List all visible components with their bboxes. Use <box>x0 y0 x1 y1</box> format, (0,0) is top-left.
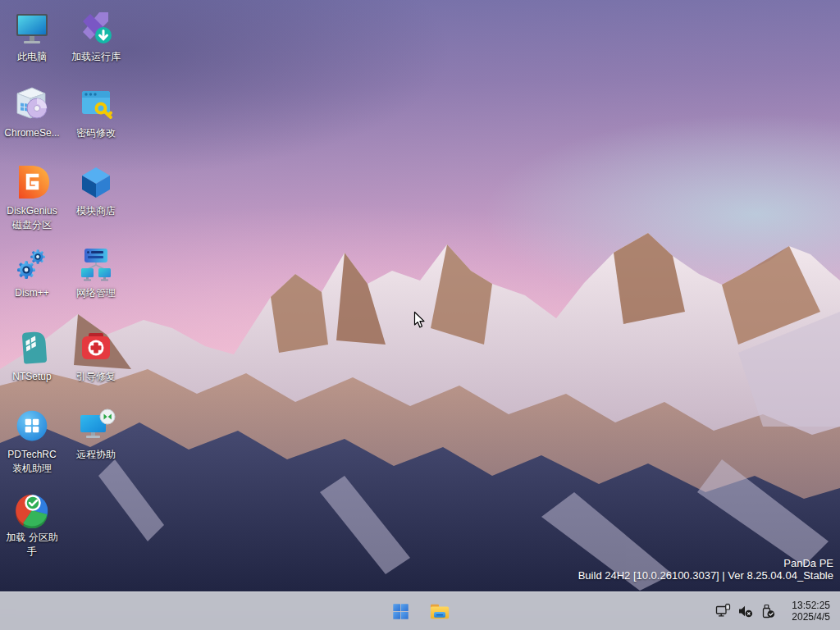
icon-label: 模块商店 <box>76 204 116 218</box>
desktop: 此电脑 加载运行库 ChromeSe... <box>0 0 840 630</box>
mouse-cursor <box>413 311 426 329</box>
pdtech-assistant-icon <box>15 409 49 443</box>
diskgenius-icon <box>12 161 52 203</box>
usb-eject-icon[interactable] <box>760 603 776 619</box>
icon-label: 此电脑 <box>17 50 47 64</box>
desktop-icon-network-mgmt[interactable]: 网络管理 <box>64 244 128 300</box>
icon-label: 引导修复 <box>76 370 116 384</box>
icon-label: 网络管理 <box>76 286 116 300</box>
dism-icon <box>12 244 52 284</box>
icon-label: 加载运行库 <box>71 50 121 64</box>
taskbar: 13:52:25 2025/4/5 <box>0 591 840 630</box>
desktop-icon-password-change[interactable]: 密码修改 <box>64 84 128 140</box>
icon-label: DiskGenius 磁盘分区 <box>2 204 62 232</box>
desktop-icon-remote-assist[interactable]: 远程协助 <box>64 406 128 462</box>
taskbar-center-group <box>386 592 454 630</box>
password-change-icon <box>76 84 116 124</box>
runtime-loader-icon <box>76 8 116 48</box>
clock-time: 13:52:25 <box>783 600 830 611</box>
ntsetup-icon <box>12 328 52 368</box>
remote-assist-icon <box>76 406 116 445</box>
desktop-icon-ntsetup[interactable]: NTSetup <box>0 328 64 384</box>
network-mgmt-icon <box>76 244 116 284</box>
desktop-icon-chrome-setup[interactable]: ChromeSe... <box>0 84 64 140</box>
desktop-icon-diskgenius[interactable]: DiskGenius 磁盘分区 <box>0 162 64 232</box>
start-button[interactable] <box>386 596 415 626</box>
desktop-icon-partition-assistant[interactable]: 加载 分区助手 <box>0 489 64 559</box>
desktop-icon-pdtech-assistant[interactable]: PDTechRC 装机助理 <box>0 406 64 476</box>
pe-watermark: PanDa PE Build 24H2 [10.0.26100.3037] | … <box>578 557 833 582</box>
pe-watermark-build: Build 24H2 [10.0.26100.3037] | Ver 8.25.… <box>578 569 833 582</box>
taskbar-tray-area: 13:52:25 2025/4/5 <box>715 592 837 630</box>
windows-logo-icon <box>391 602 410 621</box>
volume-muted-icon[interactable] <box>737 603 754 619</box>
icon-label: Dism++ <box>15 286 48 300</box>
icon-label: NTSetup <box>12 370 51 384</box>
taskbar-clock[interactable]: 13:52:25 2025/4/5 <box>783 600 830 623</box>
boot-repair-icon <box>76 328 116 368</box>
desktop-icon-dism[interactable]: Dism++ <box>0 244 64 300</box>
file-explorer-button[interactable] <box>425 596 454 626</box>
icon-label: 远程协助 <box>76 448 116 462</box>
pe-watermark-title: PanDa PE <box>578 557 833 569</box>
icon-label: ChromeSe... <box>4 126 59 140</box>
chrome-setup-icon <box>12 84 52 124</box>
file-explorer-icon <box>429 601 450 621</box>
icon-label: PDTechRC 装机助理 <box>2 448 62 476</box>
desktop-icon-boot-repair[interactable]: 引导修复 <box>64 328 128 384</box>
partition-assistant-icon <box>12 489 52 528</box>
icon-label: 密码修改 <box>76 126 116 140</box>
system-tray <box>715 603 776 619</box>
clock-date: 2025/4/5 <box>783 611 830 623</box>
module-store-icon <box>76 162 116 202</box>
desktop-icon-runtime-loader[interactable]: 加载运行库 <box>64 8 128 64</box>
desktop-icon-this-pc[interactable]: 此电脑 <box>0 8 64 64</box>
desktop-icon-module-store[interactable]: 模块商店 <box>64 162 128 218</box>
this-pc-icon <box>12 8 52 48</box>
network-icon[interactable] <box>715 603 732 619</box>
icon-label: 加载 分区助手 <box>2 531 62 559</box>
